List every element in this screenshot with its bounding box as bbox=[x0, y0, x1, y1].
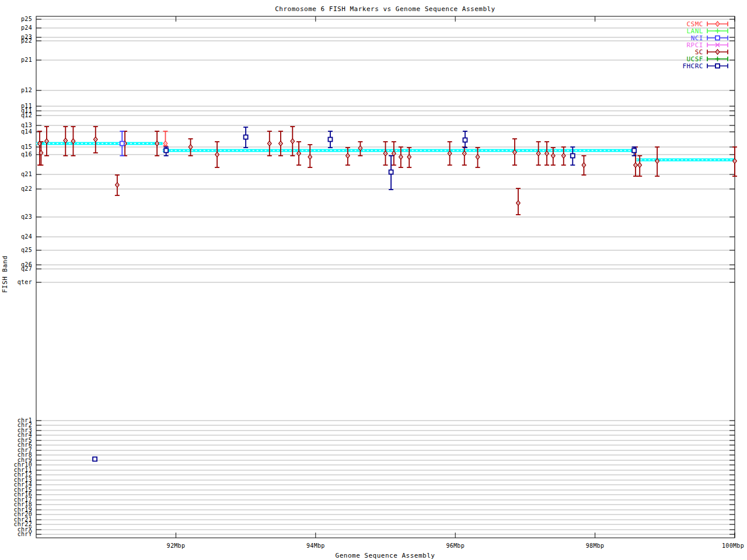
sc-marker bbox=[39, 143, 40, 144]
sc-marker bbox=[117, 184, 117, 185]
y-tick-label: p12 bbox=[21, 87, 32, 93]
y-tick-label: p25 bbox=[21, 16, 32, 22]
sc-marker bbox=[95, 139, 96, 139]
legend-marker-square bbox=[715, 64, 720, 68]
sc-marker bbox=[584, 164, 584, 165]
nci-marker bbox=[120, 142, 124, 146]
y-tick-label: q25 bbox=[21, 247, 32, 253]
fhcrc-marker bbox=[93, 457, 97, 461]
y-axis-title: FISH Band bbox=[1, 256, 9, 293]
x-axis-title: Genome Sequence Assembly bbox=[336, 552, 435, 559]
y-tick-label: p24 bbox=[21, 24, 32, 31]
sc-marker bbox=[449, 153, 450, 153]
sc-marker bbox=[546, 153, 547, 153]
fish-marker-chart: p25p24p23p22p21p12p11q11q12q13q14q15q16q… bbox=[0, 0, 747, 560]
sc-marker bbox=[280, 143, 281, 144]
y-tick-label: q12 bbox=[21, 112, 32, 118]
legend-marker-square bbox=[715, 36, 720, 40]
fhcrc-marker bbox=[632, 149, 636, 153]
sc-marker bbox=[41, 152, 41, 153]
sc-marker bbox=[65, 140, 66, 141]
legend-marker-diamond bbox=[717, 23, 718, 24]
sc-marker bbox=[400, 156, 401, 157]
sc-marker bbox=[298, 153, 299, 153]
sc-marker bbox=[635, 164, 636, 165]
sc-marker bbox=[360, 148, 361, 148]
y-tick-label: q24 bbox=[21, 233, 32, 240]
legend-marker-diamond bbox=[717, 51, 718, 52]
sc-marker bbox=[514, 152, 515, 152]
x-tick-label: 100Mbp bbox=[722, 542, 744, 549]
fhcrc-marker bbox=[328, 138, 332, 142]
sc-marker bbox=[538, 153, 539, 153]
sc-marker bbox=[73, 141, 74, 141]
y-tick-label: q23 bbox=[21, 214, 32, 220]
y-tick-label: q15 bbox=[21, 144, 32, 150]
plot-frame bbox=[36, 16, 735, 538]
sc-marker bbox=[156, 143, 157, 144]
fhcrc-marker bbox=[164, 149, 168, 153]
y-tick-label: q16 bbox=[21, 151, 32, 158]
y-tick-label: q22 bbox=[21, 186, 32, 192]
sc-marker bbox=[734, 160, 735, 161]
y-tick-label: p21 bbox=[21, 57, 32, 63]
sc-marker bbox=[640, 164, 640, 165]
y-tick-label: q27 bbox=[21, 265, 32, 272]
sc-marker bbox=[190, 146, 191, 147]
sc-marker bbox=[269, 143, 270, 144]
fhcrc-marker bbox=[571, 154, 575, 158]
sc-marker bbox=[464, 153, 465, 153]
sc-marker bbox=[46, 141, 47, 141]
x-tick-label: 98Mbp bbox=[586, 542, 605, 549]
sc-marker bbox=[553, 155, 553, 156]
sc-marker bbox=[563, 155, 564, 156]
plot-svg: p25p24p23p22p21p12p11q11q12q13q14q15q16q… bbox=[0, 0, 747, 560]
x-tick-label: 96Mbp bbox=[446, 542, 465, 549]
y-tick-label: qter bbox=[18, 279, 32, 285]
y-tick-label: q13 bbox=[21, 122, 32, 128]
x-tick-label: 94Mbp bbox=[306, 542, 325, 549]
sc-marker bbox=[518, 202, 518, 203]
y-tick-label: q21 bbox=[21, 171, 32, 177]
y-tick-label: p22 bbox=[21, 37, 32, 44]
sc-marker bbox=[347, 155, 348, 156]
plot-render-root: p25p24p23p22p21p12p11q11q12q13q14q15q16q… bbox=[13, 16, 744, 549]
sc-marker bbox=[385, 153, 386, 153]
sc-marker bbox=[657, 160, 657, 161]
legend-label-fhcrc: FHCRC bbox=[682, 62, 703, 70]
sc-marker bbox=[393, 153, 394, 153]
csmc-marker bbox=[165, 143, 166, 144]
fhcrc-marker bbox=[389, 170, 393, 174]
x-tick-label: 92Mbp bbox=[167, 542, 186, 549]
sc-marker bbox=[409, 156, 409, 157]
fhcrc-marker bbox=[244, 135, 248, 139]
y-tick-label: q14 bbox=[21, 128, 32, 135]
sc-marker bbox=[217, 154, 217, 155]
fhcrc-marker bbox=[463, 138, 467, 142]
sc-marker bbox=[292, 141, 293, 141]
y-tick-label: chrY bbox=[18, 531, 32, 537]
sc-marker bbox=[477, 156, 478, 157]
chart-title: Chromosome 6 FISH Markers vs Genome Sequ… bbox=[275, 5, 495, 13]
sc-marker bbox=[310, 156, 310, 157]
